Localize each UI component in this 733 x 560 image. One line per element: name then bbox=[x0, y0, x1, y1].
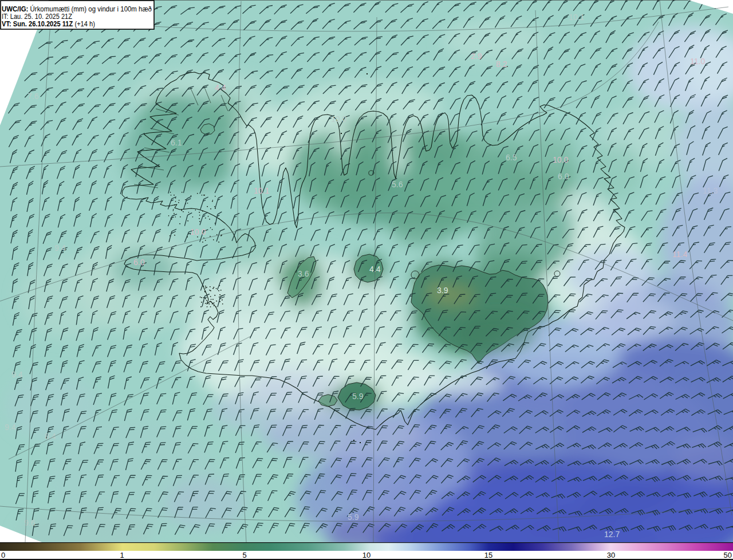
svg-text:6.0: 6.0 bbox=[133, 258, 145, 267]
svg-text:6.5: 6.5 bbox=[506, 153, 517, 162]
svg-text:10.0: 10.0 bbox=[331, 115, 346, 124]
svg-text:VT: Sun. 26.10.2025 11Z (+14 h: VT: Sun. 26.10.2025 11Z (+14 h) bbox=[2, 20, 95, 28]
svg-text:50: 50 bbox=[724, 551, 732, 559]
svg-text:9.4: 9.4 bbox=[54, 243, 66, 253]
svg-text:4.4: 4.4 bbox=[215, 83, 226, 92]
svg-text:9.4: 9.4 bbox=[5, 423, 16, 432]
svg-text:3.9: 3.9 bbox=[437, 286, 448, 295]
svg-text:10: 10 bbox=[362, 551, 371, 559]
svg-text:15: 15 bbox=[484, 551, 492, 559]
svg-text:6.1: 6.1 bbox=[171, 138, 182, 147]
svg-text:UWC/IG: Úrkomumætti (mm) og vi: UWC/IG: Úrkomumætti (mm) og vindur i 100… bbox=[2, 5, 152, 13]
svg-text:10.0: 10.0 bbox=[553, 155, 568, 164]
svg-text:12.7: 12.7 bbox=[604, 530, 620, 539]
svg-text:5: 5 bbox=[242, 551, 246, 559]
svg-text:11.4: 11.4 bbox=[672, 250, 687, 259]
svg-text:0: 0 bbox=[1, 551, 5, 559]
svg-text:8.2: 8.2 bbox=[496, 60, 507, 69]
svg-text:1: 1 bbox=[120, 551, 124, 559]
svg-text:3.6: 3.6 bbox=[298, 269, 309, 278]
svg-text:2.9: 2.9 bbox=[471, 52, 482, 61]
svg-text:11.3: 11.3 bbox=[703, 186, 718, 195]
svg-text:10.1: 10.1 bbox=[569, 13, 584, 22]
svg-text:30: 30 bbox=[607, 551, 615, 559]
svg-text:11.0: 11.0 bbox=[690, 57, 705, 66]
svg-text:IT: Lau. 25. 10. 2025 21Z: IT: Lau. 25. 10. 2025 21Z bbox=[2, 13, 72, 21]
svg-text:10.0: 10.0 bbox=[190, 227, 206, 236]
svg-text:6.0: 6.0 bbox=[558, 172, 569, 181]
svg-text:5.6: 5.6 bbox=[392, 180, 403, 189]
svg-text:10.1: 10.1 bbox=[254, 186, 269, 195]
svg-text:7.6: 7.6 bbox=[27, 92, 39, 101]
svg-text:9.4: 9.4 bbox=[11, 370, 23, 379]
svg-text:5.9: 5.9 bbox=[352, 392, 364, 401]
svg-text:5.9: 5.9 bbox=[348, 512, 359, 522]
